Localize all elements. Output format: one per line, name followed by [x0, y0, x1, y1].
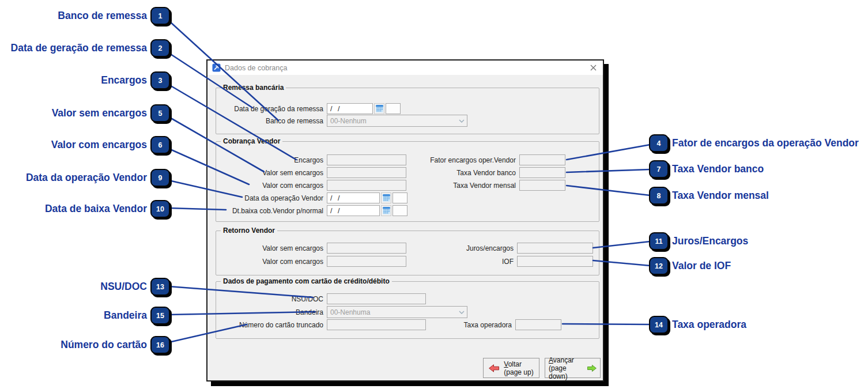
label-nsu-doc: NSU/DOC	[216, 295, 323, 303]
label-iof: IOF	[389, 258, 514, 266]
taxa-operadora-input[interactable]	[515, 319, 561, 330]
callout-badge: 7	[649, 160, 669, 178]
title-bar[interactable]: Dados de cobrança	[207, 61, 603, 75]
data-operacao-vendor-input[interactable]: / /	[327, 192, 380, 203]
callout-banco-de-remessa: Banco de remessa 1	[58, 7, 170, 25]
callout-badge: 10	[150, 200, 170, 218]
callout-badge: 9	[150, 169, 170, 187]
taxa-vendor-mensal-input[interactable]	[519, 180, 565, 191]
chevron-down-icon	[459, 119, 465, 123]
label-data-operacao-vendor: Data da operação Vendor	[216, 194, 323, 202]
callout-badge: 6	[150, 136, 170, 154]
date-aux-box[interactable]	[386, 103, 401, 114]
group-cartao: Dados de pagamento com cartão de crédito…	[216, 281, 599, 339]
label-dt-baixa-vendor: Dt.baixa cob.Vendor p/normal	[216, 207, 323, 215]
label-bandeira: Bandeira	[216, 308, 323, 316]
callout-data-baixa-vendor: Data de baixa Vendor 10	[45, 200, 170, 218]
window-title: Dados de cobrança	[225, 64, 588, 72]
label-banco-remessa: Banco de remessa	[216, 117, 323, 125]
callout-badge: 16	[150, 336, 170, 354]
banco-remessa-value: 00-Nenhum	[330, 117, 367, 125]
date-aux-box[interactable]	[393, 192, 407, 203]
taxa-vendor-banco-input[interactable]	[519, 167, 565, 178]
group-title: Retorno Vendor	[221, 226, 277, 235]
callout-valor-iof: 12 Valor de IOF	[649, 257, 731, 275]
callout-valor-sem-encargos: Valor sem encargos 5	[52, 104, 170, 122]
banco-remessa-select[interactable]: 00-Nenhum	[327, 115, 467, 127]
chevron-down-icon	[459, 311, 465, 314]
callout-juros-encargos: 11 Juros/Encargos	[649, 232, 748, 250]
voltar-button-label: Voltar (page up)	[504, 360, 533, 376]
label-taxa-operadora: Taxa operadora	[389, 321, 512, 329]
label-taxa-vendor-banco: Taxa Vendor banco	[389, 169, 516, 177]
app-arrow-up-right-icon	[212, 63, 221, 72]
callout-badge: 1	[150, 7, 170, 25]
date-aux-box[interactable]	[393, 205, 407, 216]
label-retorno-valor-sem: Valor sem encargos	[216, 244, 323, 252]
callout-nsu-doc: NSU/DOC 13	[100, 278, 170, 296]
label-valor-sem-encargos: Valor sem encargos	[216, 169, 323, 177]
group-remessa-bancaria: Remessa bancária Data de geração da reme…	[216, 88, 599, 134]
callout-badge: 4	[649, 134, 669, 152]
label-taxa-vendor-mensal: Taxa Vendor mensal	[389, 182, 516, 190]
avancar-button-label: Avançar (page down)	[549, 356, 583, 380]
label-numero-cartao-truncado: Número do cartão truncado	[216, 321, 323, 329]
callout-badge: 8	[649, 187, 669, 205]
callout-data-geracao-remessa: Data de geração de remessa 2	[11, 39, 170, 57]
green-arrow-right-icon	[587, 364, 597, 372]
avancar-button[interactable]: Avançar (page down)	[545, 358, 601, 378]
close-button[interactable]	[588, 63, 598, 73]
label-encargos: Encargos	[216, 156, 323, 164]
bandeira-value: 00-Nenhuma	[330, 308, 370, 316]
callout-badge: 14	[649, 316, 669, 334]
voltar-button[interactable]: Voltar (page up)	[483, 358, 539, 378]
nsu-doc-input[interactable]	[327, 293, 426, 304]
callout-bandeira: Bandeira 15	[104, 307, 170, 324]
group-retorno-vendor: Retorno Vendor Valor sem encargos Valor …	[216, 231, 599, 275]
callout-valor-com-encargos: Valor com encargos 6	[51, 136, 170, 154]
data-operacao-calendar-button[interactable]	[381, 192, 391, 203]
screenshot-canvas: Dados de cobrança Remessa bancária Data …	[0, 0, 868, 389]
group-title: Remessa bancária	[221, 84, 286, 92]
fator-encargos-input[interactable]	[519, 154, 565, 165]
callout-encargos: Encargos 3	[101, 71, 170, 89]
callout-taxa-operadora: 14 Taxa operadora	[649, 316, 746, 334]
close-x-icon	[590, 65, 597, 71]
callout-taxa-vendor-banco: 7 Taxa Vendor banco	[649, 160, 764, 178]
dt-baixa-calendar-button[interactable]	[381, 205, 391, 216]
label-valor-com-encargos: Valor com encargos	[216, 182, 323, 190]
callout-badge: 11	[649, 232, 669, 250]
label-data-geracao-remessa: Data de geração da remessa	[216, 105, 323, 113]
data-geracao-calendar-button[interactable]	[374, 103, 384, 114]
iof-input[interactable]	[517, 256, 593, 267]
label-retorno-valor-com: Valor com encargos	[216, 258, 323, 266]
calendar-grid-icon	[383, 207, 390, 214]
bandeira-select[interactable]: 00-Nenhuma	[327, 306, 467, 318]
juros-encargos-input[interactable]	[517, 243, 593, 254]
callout-taxa-vendor-mensal: 8 Taxa Vendor mensal	[649, 187, 769, 205]
callout-numero-cartao: Número do cartão 16	[61, 336, 170, 354]
callout-fator-encargos: 4 Fator de encargos da operação Vendor	[649, 134, 859, 152]
red-arrow-left-icon	[489, 364, 499, 372]
calendar-grid-icon	[376, 105, 383, 112]
dt-baixa-vendor-input[interactable]: / /	[327, 205, 380, 216]
callout-badge: 12	[649, 257, 669, 275]
callout-badge: 15	[150, 307, 170, 324]
group-title: Cobrança Vendor	[221, 137, 282, 145]
data-geracao-remessa-input[interactable]: / /	[327, 103, 373, 114]
calendar-grid-icon	[383, 194, 390, 202]
callout-badge: 3	[150, 71, 170, 89]
label-fator-encargos: Fator encargos oper.Vendor	[389, 156, 516, 164]
dialog-dados-de-cobranca: Dados de cobrança Remessa bancária Data …	[206, 59, 604, 382]
callout-badge: 2	[150, 39, 170, 57]
callout-badge: 13	[150, 278, 170, 296]
group-cobranca-vendor: Cobrança Vendor Encargos Valor sem encar…	[216, 141, 599, 222]
group-title: Dados de pagamento com cartão de crédito…	[221, 277, 392, 285]
callout-badge: 5	[150, 104, 170, 122]
callout-data-operacao-vendor: Data da operação Vendor 9	[26, 169, 170, 187]
label-juros-encargos: Juros/encargos	[389, 244, 514, 252]
